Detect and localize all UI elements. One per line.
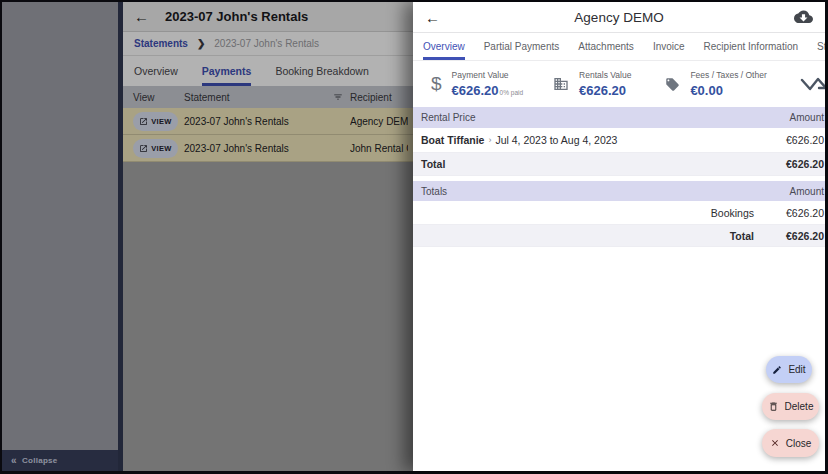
bookings-label: Bookings bbox=[711, 207, 754, 219]
close-icon bbox=[770, 438, 780, 448]
rental-total-row: Total €626.20 bbox=[413, 153, 825, 176]
drawer-tab-invoice[interactable]: Invoice bbox=[653, 33, 685, 60]
close-button[interactable]: Close bbox=[762, 429, 819, 457]
stat-value: €0.00 bbox=[690, 83, 723, 98]
stat-label: Fees / Taxes / Other bbox=[690, 70, 766, 80]
edit-button-label: Edit bbox=[788, 364, 805, 375]
totals-table-header: Totals Amount bbox=[413, 181, 825, 201]
stat-fees-taxes-other: Fees / Taxes / Other €0.00 bbox=[665, 70, 766, 99]
drawer-scrim[interactable] bbox=[2, 2, 413, 471]
edit-button[interactable]: Edit bbox=[766, 356, 812, 383]
drawer-tab-attachments[interactable]: Attachments bbox=[578, 33, 634, 60]
header-amount: Amount bbox=[790, 186, 824, 197]
stat-value: €626.20 bbox=[452, 83, 499, 98]
payment-stats-row: $ Payment Value €626.200% paid Rentals V… bbox=[413, 61, 825, 107]
stat-label: Payment Value bbox=[452, 70, 524, 80]
stat-payment-value: $ Payment Value €626.200% paid bbox=[431, 70, 523, 99]
drawer-tab-recipient-information[interactable]: Recipient Information bbox=[704, 33, 799, 60]
cloud-download-icon[interactable] bbox=[794, 10, 813, 25]
drawer-tab-partial-payments[interactable]: Partial Payments bbox=[484, 33, 560, 60]
booking-dates: Jul 4, 2023 to Aug 4, 2023 bbox=[495, 134, 617, 146]
trend-zigzag-icon bbox=[800, 76, 825, 98]
chevron-right-icon: › bbox=[488, 135, 491, 145]
bookings-row: Bookings €626.20 bbox=[413, 201, 825, 225]
stat-label: Rentals Value bbox=[579, 70, 631, 80]
totals-total-row: Total €626.20 bbox=[413, 225, 825, 247]
dollar-icon: $ bbox=[431, 73, 442, 95]
delete-button[interactable]: Delete bbox=[762, 393, 819, 420]
total-amount: €626.20 bbox=[754, 158, 824, 170]
header-totals: Totals bbox=[421, 186, 447, 197]
drawer-tab-overview[interactable]: Overview bbox=[423, 33, 465, 60]
total-label: Total bbox=[730, 230, 754, 242]
drawer-title: Agency DEMO bbox=[413, 10, 825, 25]
drawer-header: ← Agency DEMO bbox=[413, 2, 825, 33]
booking-row[interactable]: Boat Tiffanie › Jul 4, 2023 to Aug 4, 20… bbox=[413, 128, 825, 153]
drawer-tab-strategy[interactable]: Strategy bbox=[817, 33, 825, 60]
header-rental-price: Rental Price bbox=[421, 112, 475, 123]
rental-price-table-header: Rental Price Amount bbox=[413, 107, 825, 128]
trash-icon bbox=[768, 401, 779, 412]
bookings-amount: €626.20 bbox=[754, 207, 824, 219]
header-amount: Amount bbox=[790, 112, 824, 123]
tag-icon bbox=[665, 77, 680, 92]
total-label: Total bbox=[421, 158, 445, 170]
close-button-label: Close bbox=[786, 438, 812, 449]
stat-value: €626.20 bbox=[579, 83, 626, 98]
delete-button-label: Delete bbox=[785, 401, 814, 412]
boat-name: Boat Tiffanie bbox=[421, 134, 484, 146]
total-amount: €626.20 bbox=[754, 230, 824, 242]
stat-rentals-value: Rentals Value €626.20 bbox=[553, 70, 631, 99]
drawer-tab-bar: Overview Partial Payments Attachments In… bbox=[413, 33, 825, 61]
building-icon bbox=[553, 76, 569, 92]
stat-suffix: 0% paid bbox=[500, 89, 524, 96]
booking-amount: €626.20 bbox=[754, 134, 824, 146]
pencil-icon bbox=[772, 365, 782, 375]
payment-detail-drawer: ← Agency DEMO Overview Partial Payments … bbox=[413, 2, 825, 471]
